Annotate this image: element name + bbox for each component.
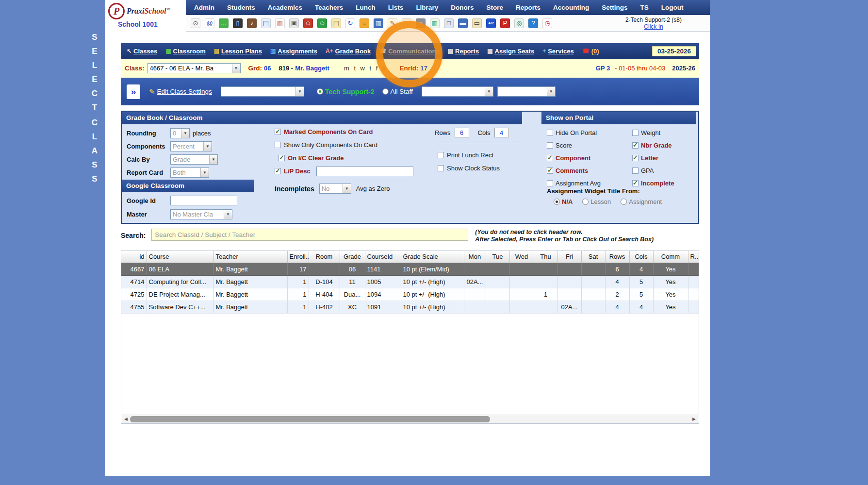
checkbox-comments[interactable] — [547, 167, 553, 174]
all-staff-radio[interactable] — [382, 88, 389, 95]
scrollbar-thumb[interactable] — [130, 416, 490, 422]
column-header-course[interactable]: Course — [147, 251, 213, 263]
master-select[interactable]: No Master Cla▼ — [170, 209, 232, 219]
nav-item-ts[interactable]: TS — [634, 4, 655, 11]
tab-assignments[interactable]: ▥Assignments — [270, 48, 317, 55]
row-height-select[interactable]: Row Height 20▼ — [497, 86, 556, 97]
notebook-icon[interactable]: ▥ — [374, 18, 383, 28]
nav-item-logout[interactable]: Logout — [655, 4, 690, 11]
column-header-tue[interactable]: Tue — [486, 251, 509, 263]
nav-item-teachers[interactable]: Teachers — [309, 4, 349, 11]
scrollbar-track[interactable] — [130, 415, 690, 423]
column-header-rows[interactable]: Rows — [605, 251, 629, 263]
praxischool-logo[interactable]: P PraxiSchool™ School 1001 — [105, 0, 186, 32]
nav-item-donors[interactable]: Donors — [444, 4, 480, 11]
tab-assign-seats[interactable]: ▦Assign Seats — [487, 48, 534, 55]
tab-services[interactable]: +Services — [542, 48, 574, 55]
checkbox-print-lunch-rect[interactable] — [438, 152, 444, 158]
tab-classes[interactable]: ↖Classes — [127, 48, 157, 55]
tech-support-radio[interactable] — [317, 88, 323, 95]
nav-item-library[interactable]: Library — [409, 4, 444, 11]
radio-lesson[interactable] — [582, 199, 589, 205]
cols-input[interactable] — [494, 128, 509, 137]
help-icon[interactable]: ? — [528, 18, 538, 28]
calc-by-select[interactable]: Grade▼ — [170, 154, 218, 165]
nav-item-reports[interactable]: Reports — [509, 4, 547, 11]
nav-item-settings[interactable]: Settings — [595, 4, 634, 11]
column-header-sat[interactable]: Sat — [581, 251, 605, 263]
checkbox-component[interactable] — [547, 155, 553, 161]
checkbox-assignment-avg[interactable] — [547, 180, 553, 186]
report-card-select[interactable]: Both▼ — [170, 167, 209, 178]
column-header-wed[interactable]: Wed — [509, 251, 534, 263]
table-row[interactable]: 4755Software Dev C++...Mr. Baggett1H-402… — [121, 301, 699, 313]
checkbox-gpa[interactable] — [632, 167, 639, 174]
checkbox-incomplete[interactable] — [632, 180, 639, 186]
expand-button[interactable]: » — [127, 84, 140, 99]
tab-lesson-plans[interactable]: ▤Lesson Plans — [214, 48, 262, 55]
rounding-select[interactable]: 0▼ — [170, 128, 190, 138]
chart-icon[interactable]: ▥ — [430, 18, 440, 28]
incompletes-select[interactable]: No▼ — [319, 184, 351, 194]
scroll-left-arrow[interactable]: ◀ — [122, 417, 130, 421]
column-header-id[interactable]: id — [121, 251, 147, 263]
session-select[interactable]: Current Session▼ — [422, 86, 493, 97]
chat-icon[interactable]: … — [219, 18, 229, 28]
calendar-icon[interactable]: ▦ — [275, 18, 285, 28]
pdf-icon[interactable]: P — [500, 18, 510, 28]
radio-n-a[interactable] — [554, 199, 560, 205]
checkbox-weight[interactable] — [632, 130, 639, 136]
nav-item-lists[interactable]: Lists — [382, 4, 410, 11]
refresh-icon[interactable]: ↻ — [345, 18, 355, 28]
column-header-thu[interactable]: Thu — [534, 251, 557, 263]
column-header-courseid[interactable]: CourseId — [365, 251, 401, 263]
column-header-enroll[interactable]: Enroll... — [287, 251, 309, 263]
class-template-select[interactable]: Select Class Template▼ — [221, 86, 304, 97]
nav-item-store[interactable]: Store — [480, 4, 509, 11]
checkbox-on-i-c-clear-grade[interactable] — [278, 155, 285, 161]
column-header-mon[interactable]: Mon — [464, 251, 486, 263]
table-row[interactable]: 4725DE Project Manag...Mr. Baggett1H-404… — [121, 288, 699, 301]
ap-icon[interactable]: A/P — [486, 18, 496, 28]
card-icon[interactable]: ▬ — [458, 18, 468, 28]
tab-grade-book[interactable]: A+Grade Book — [326, 48, 371, 55]
search-icon[interactable]: ⊙ — [191, 18, 200, 28]
files-icon[interactable]: ▤ — [331, 18, 341, 28]
nav-item-lunch[interactable]: Lunch — [349, 4, 382, 11]
column-header-r[interactable]: R... — [688, 251, 699, 263]
horizontal-scrollbar[interactable]: ◀ ▶ — [122, 415, 698, 423]
click-in-link[interactable]: Click In — [644, 23, 663, 30]
tab-communications[interactable]: ☎Communications — [379, 48, 439, 55]
nav-item-admin[interactable]: Admin — [188, 4, 221, 11]
column-header-grade[interactable]: Grade — [340, 251, 365, 263]
checkbox-hide-on-portal[interactable] — [547, 130, 553, 136]
lunch-icon[interactable]: ≡ — [360, 18, 369, 28]
table-row[interactable]: 466706 ELAMr. Baggett1706114110 pt (Elem… — [121, 263, 699, 275]
column-header-teacher[interactable]: Teacher — [213, 251, 287, 263]
tab-reports[interactable]: ▤Reports — [448, 48, 479, 55]
edit-class-settings-link[interactable]: Edit Class Settings — [157, 88, 212, 95]
student-red-icon[interactable]: ☺ — [303, 18, 313, 28]
bank-icon[interactable]: ⌂ — [416, 18, 426, 28]
checkbox-marked-components-on-card[interactable] — [275, 129, 281, 135]
table-row[interactable]: 4714Computing for Coll...Mr. Baggett1D-1… — [121, 275, 699, 288]
column-header-fri[interactable]: Fri — [557, 251, 581, 263]
badge-icon[interactable]: ▭ — [472, 18, 482, 28]
checkbox-show-clock-status[interactable] — [438, 165, 444, 171]
checkbox-show-only-components-on-card[interactable] — [275, 142, 281, 148]
window-icon[interactable]: □ — [444, 18, 454, 28]
class-select[interactable]: 4667 - 06 ELA - Mr. Ba▼ — [147, 63, 241, 73]
scroll-right-arrow[interactable]: ▶ — [690, 417, 698, 421]
export-icon[interactable]: ◎ — [514, 18, 524, 28]
forward-icon[interactable]: → — [402, 18, 411, 28]
fax-icon[interactable]: ▣ — [289, 18, 299, 28]
speaker-icon[interactable]: ♪ — [247, 18, 257, 28]
checkbox-score[interactable] — [547, 142, 553, 149]
clock-icon[interactable]: ◷ — [542, 18, 552, 28]
lp-desc-input[interactable] — [316, 167, 413, 176]
column-header-cols[interactable]: Cols — [629, 251, 653, 263]
report-icon[interactable]: ▤ — [261, 18, 271, 28]
tab-0[interactable]: ☎(0) — [582, 48, 599, 55]
nav-item-students[interactable]: Students — [221, 4, 262, 11]
nav-item-accounting[interactable]: Accounting — [547, 4, 595, 11]
